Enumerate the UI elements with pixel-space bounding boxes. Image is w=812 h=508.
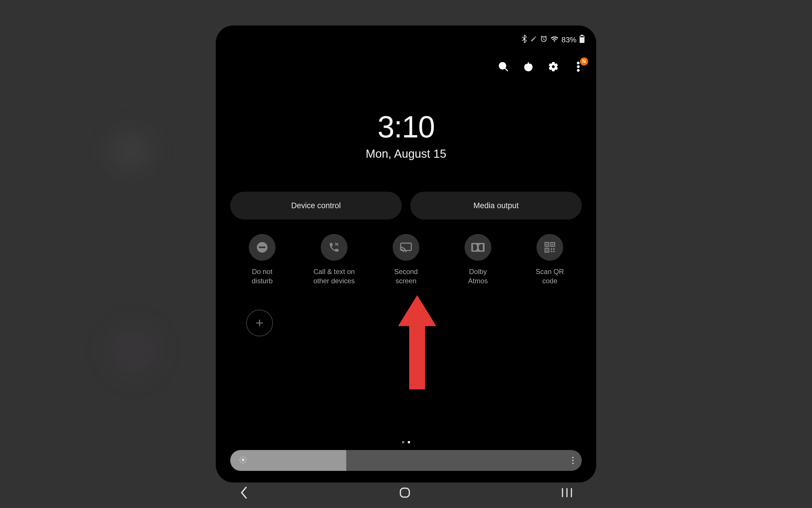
svg-line-33 — [241, 462, 241, 463]
svg-rect-19 — [546, 250, 548, 251]
tile-label: Call & text onother devices — [313, 267, 355, 286]
tile-label: DolbyAtmos — [468, 267, 488, 286]
clock-date: Mon, August 15 — [216, 147, 596, 160]
back-button[interactable] — [239, 486, 249, 499]
dnd-icon — [249, 234, 275, 261]
svg-rect-20 — [551, 248, 552, 250]
clock-area: 3:10 Mon, August 15 — [216, 110, 596, 160]
battery-percent: 83% — [561, 35, 576, 44]
page-dot — [402, 441, 404, 443]
status-bar: 83% — [521, 35, 585, 45]
background-blur — [101, 122, 160, 180]
pill-row: Device control Media output — [216, 192, 596, 219]
media-output-button[interactable]: Media output — [410, 192, 582, 219]
sun-icon — [239, 456, 247, 465]
svg-line-34 — [245, 457, 246, 458]
power-button[interactable] — [522, 60, 535, 73]
more-button[interactable]: N — [572, 60, 585, 73]
clock-time: 3:10 — [216, 110, 596, 144]
dolby-icon — [465, 234, 491, 261]
brightness-menu-button[interactable] — [572, 457, 573, 464]
search-button[interactable] — [497, 60, 510, 73]
svg-rect-35 — [400, 488, 410, 497]
svg-line-29 — [241, 457, 241, 458]
settings-button[interactable] — [547, 60, 560, 73]
tile-label: Scan QRcode — [536, 267, 564, 286]
brightness-fill — [230, 450, 346, 471]
dnd-tile[interactable]: Do notdisturb — [233, 234, 291, 286]
svg-rect-11 — [259, 247, 265, 248]
svg-point-26 — [242, 458, 244, 461]
device-control-button[interactable]: Device control — [230, 192, 402, 219]
notification-badge: N — [580, 57, 588, 66]
qr-tile[interactable]: Scan QRcode — [521, 234, 579, 286]
pill-label: Device control — [291, 201, 341, 210]
svg-point-7 — [577, 62, 580, 64]
call-text-tile[interactable]: Call & text onother devices — [305, 234, 363, 286]
page-indicator — [402, 441, 410, 443]
page-dot-active — [408, 441, 410, 443]
screen-cast-icon — [393, 234, 419, 261]
tile-label: Secondscreen — [394, 267, 418, 286]
svg-point-9 — [577, 69, 580, 72]
svg-rect-22 — [551, 251, 552, 252]
svg-rect-18 — [552, 244, 554, 245]
brightness-slider[interactable] — [230, 450, 582, 471]
phone-sync-icon — [321, 234, 347, 261]
annotation-arrow — [396, 295, 438, 390]
svg-point-8 — [577, 66, 580, 68]
svg-rect-1 — [581, 35, 583, 36]
pencil-icon — [530, 35, 537, 44]
plus-icon — [246, 310, 273, 336]
tile-label: Do notdisturb — [252, 267, 272, 286]
tablet-frame: 83% N 3:10 Mon, August 15 Device control… — [216, 26, 596, 482]
wifi-icon — [550, 36, 559, 44]
svg-rect-21 — [553, 248, 555, 250]
pill-label: Media output — [473, 201, 518, 210]
bluetooth-icon — [521, 35, 527, 45]
svg-rect-23 — [553, 251, 555, 252]
svg-line-30 — [245, 462, 246, 463]
svg-line-4 — [505, 68, 508, 71]
qr-icon — [537, 234, 563, 261]
home-button[interactable] — [399, 486, 411, 499]
svg-rect-2 — [580, 36, 584, 37]
dolby-tile[interactable]: DolbyAtmos — [449, 234, 507, 286]
quick-settings-grid: Do notdisturb Call & text onother device… — [216, 234, 596, 286]
svg-rect-17 — [546, 244, 548, 245]
second-screen-tile[interactable]: Secondscreen — [377, 234, 435, 286]
recents-button[interactable] — [561, 487, 573, 498]
battery-icon — [580, 35, 585, 45]
add-tile-button[interactable] — [246, 310, 273, 336]
system-nav-bar — [216, 486, 596, 499]
panel-toolbar: N — [497, 60, 585, 73]
background-blur — [101, 319, 165, 383]
alarm-icon — [540, 35, 548, 44]
